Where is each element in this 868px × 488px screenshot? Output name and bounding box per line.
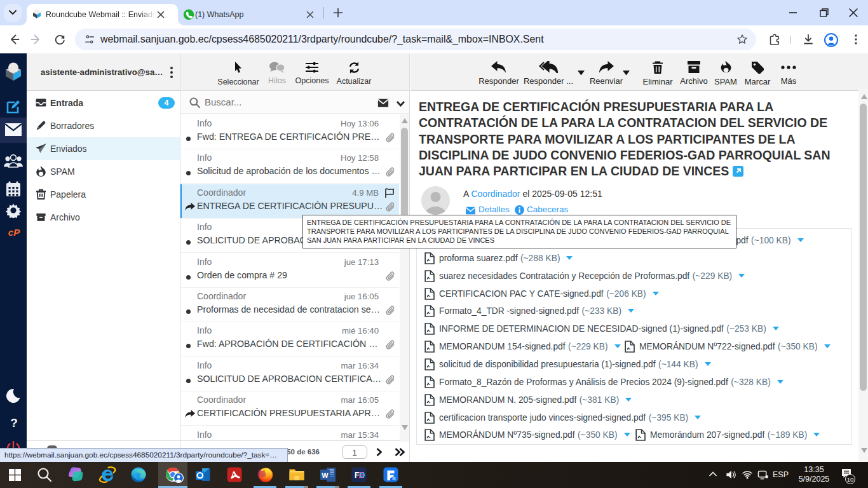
- svg-text:F: F: [355, 471, 359, 480]
- svg-text:W: W: [322, 471, 329, 479]
